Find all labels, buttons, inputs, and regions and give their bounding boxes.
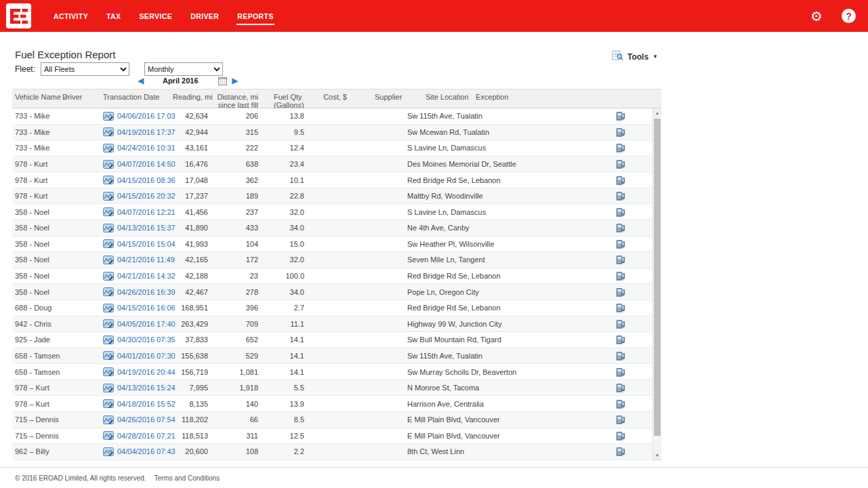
- nav-activity[interactable]: ACTIVITY: [53, 7, 89, 25]
- map-view-icon[interactable]: [103, 431, 114, 440]
- nav-service[interactable]: SERVICE: [138, 7, 173, 25]
- fuel-pump-icon[interactable]: [616, 176, 625, 185]
- scroll-up-button[interactable]: ▲: [653, 108, 661, 117]
- fuel-pump-icon[interactable]: [616, 367, 625, 377]
- fuel-pump-icon[interactable]: [616, 191, 625, 201]
- fuel-pump-icon[interactable]: [616, 207, 625, 217]
- fuel-pump-icon[interactable]: [616, 239, 625, 249]
- map-view-icon[interactable]: [103, 160, 114, 169]
- column-header-site-location[interactable]: Site Location: [404, 89, 475, 109]
- map-view-icon[interactable]: [103, 256, 114, 264]
- settings-gear-icon[interactable]: ⚙: [810, 9, 823, 23]
- map-view-icon[interactable]: [103, 399, 114, 408]
- transaction-date-link[interactable]: 04/15/2016 20:32: [117, 192, 175, 200]
- fuel-pump-icon[interactable]: [616, 127, 625, 137]
- column-header-cost[interactable]: Cost, $: [310, 89, 352, 109]
- nav-tax[interactable]: TAX: [106, 7, 121, 25]
- prev-month-button[interactable]: ◀: [138, 76, 144, 85]
- transaction-date-link[interactable]: 04/07/2016 14:50: [117, 160, 175, 168]
- column-header-exception[interactable]: Exception: [475, 89, 600, 109]
- fuel-pump-icon[interactable]: [616, 143, 625, 152]
- fuel-pump-icon[interactable]: [616, 255, 625, 264]
- map-view-icon[interactable]: [103, 224, 114, 232]
- column-header-distance[interactable]: Distance, mi since last fill: [213, 89, 264, 109]
- fuel-pump-icon[interactable]: [616, 303, 625, 312]
- nav-driver[interactable]: DRIVER: [190, 7, 220, 25]
- fuel-pump-icon[interactable]: [616, 319, 625, 329]
- vertical-scrollbar[interactable]: ▲ ▼: [653, 108, 661, 460]
- transaction-date-link[interactable]: 04/13/2016 15:24: [117, 384, 175, 392]
- transaction-date-link[interactable]: 04/15/2016 16:06: [117, 304, 175, 312]
- map-view-icon[interactable]: [103, 351, 114, 360]
- transaction-date-cell: 04/15/2016 15:04: [100, 239, 173, 248]
- map-view-icon[interactable]: [103, 415, 114, 424]
- transaction-date-link[interactable]: 04/13/2016 15:37: [117, 224, 175, 232]
- transaction-date-link[interactable]: 04/19/2016 20:44: [117, 368, 175, 376]
- map-view-icon[interactable]: [103, 384, 114, 392]
- fuel-pump-icon[interactable]: [616, 223, 625, 232]
- column-header-supplier[interactable]: Supplier: [352, 89, 404, 109]
- scroll-down-button[interactable]: ▼: [653, 451, 661, 460]
- column-header-vehicle-name[interactable]: Vehicle Name▲: [12, 89, 61, 109]
- map-view-icon[interactable]: [103, 319, 114, 328]
- transaction-date-link[interactable]: 04/26/2016 16:39: [117, 288, 175, 296]
- calendar-icon[interactable]: [218, 77, 227, 85]
- map-view-icon[interactable]: [103, 287, 114, 296]
- table-row: 715 – Dennis 04/26/2016 07:54 118,202 66…: [12, 412, 653, 428]
- transaction-date-link[interactable]: 04/07/2016 12:21: [117, 208, 175, 216]
- map-view-icon[interactable]: [103, 112, 114, 121]
- column-header-driver[interactable]: Driver: [61, 89, 100, 109]
- transaction-date-link[interactable]: 04/28/2016 07:21: [117, 432, 175, 440]
- nav-reports[interactable]: REPORTS: [236, 7, 274, 25]
- fuel-pump-icon[interactable]: [616, 415, 625, 424]
- action-cell: [600, 207, 627, 217]
- period-select[interactable]: Monthly: [144, 62, 223, 76]
- transaction-date-link[interactable]: 04/19/2016 17:37: [117, 128, 175, 136]
- transaction-date-link[interactable]: 04/01/2016 07:30: [117, 352, 175, 360]
- terms-and-conditions-link[interactable]: Terms and Conditions: [154, 474, 220, 482]
- next-month-button[interactable]: ▶: [232, 76, 238, 85]
- site-location-cell: Sw Mcewan Rd, Tualatin: [404, 128, 475, 136]
- fuel-pump-icon[interactable]: [616, 271, 625, 281]
- column-header-reading[interactable]: Reading, mi: [173, 89, 213, 109]
- transaction-date-link[interactable]: 04/30/2016 07:35: [117, 336, 175, 344]
- fleet-select[interactable]: All Fleets: [41, 62, 129, 76]
- fuel-pump-icon[interactable]: [616, 159, 625, 169]
- site-location-cell: Sw Bull Mountain Rd, Tigard: [404, 336, 475, 344]
- map-view-icon[interactable]: [103, 367, 114, 376]
- transaction-date-link[interactable]: 04/04/2016 07:43: [117, 447, 175, 455]
- transaction-date-link[interactable]: 04/15/2016 08:36: [117, 176, 175, 184]
- map-view-icon[interactable]: [103, 447, 114, 456]
- eroad-logo[interactable]: [6, 3, 31, 28]
- tools-button[interactable]: Tools ▼: [612, 50, 658, 63]
- transaction-date-link[interactable]: 04/24/2016 10:31: [117, 144, 175, 152]
- fuel-pump-icon[interactable]: [616, 287, 625, 297]
- column-header-transaction-date[interactable]: Transaction Date: [100, 89, 173, 109]
- map-view-icon[interactable]: [103, 127, 114, 136]
- map-view-icon[interactable]: [103, 207, 114, 216]
- transaction-date-link[interactable]: 04/26/2016 07:54: [117, 415, 175, 424]
- scrollbar-thumb[interactable]: [654, 119, 661, 436]
- transaction-date-link[interactable]: 04/06/2016 17:03: [117, 112, 175, 120]
- fuel-pump-icon[interactable]: [616, 399, 625, 409]
- fuel-pump-icon[interactable]: [616, 335, 625, 344]
- transaction-date-link[interactable]: 04/05/2016 17:40: [117, 320, 175, 328]
- map-view-icon[interactable]: [103, 304, 114, 312]
- transaction-date-link[interactable]: 04/18/2016 15:52: [117, 400, 175, 408]
- map-view-icon[interactable]: [103, 192, 114, 201]
- map-view-icon[interactable]: [103, 239, 114, 248]
- column-header-fuel-qty[interactable]: Fuel Qty (Gallons): [264, 89, 310, 109]
- map-view-icon[interactable]: [103, 144, 114, 152]
- fuel-pump-icon[interactable]: [616, 111, 625, 121]
- map-view-icon[interactable]: [103, 336, 114, 344]
- map-view-icon[interactable]: [103, 176, 114, 184]
- transaction-date-link[interactable]: 04/15/2016 15:04: [117, 240, 175, 248]
- fuel-pump-icon[interactable]: [616, 351, 625, 361]
- fuel-pump-icon[interactable]: [616, 447, 625, 456]
- transaction-date-link[interactable]: 04/21/2016 11:49: [117, 256, 175, 264]
- fuel-pump-icon[interactable]: [616, 431, 625, 441]
- map-view-icon[interactable]: [103, 272, 114, 281]
- transaction-date-link[interactable]: 04/21/2016 14:32: [117, 272, 175, 280]
- fuel-pump-icon[interactable]: [616, 383, 625, 392]
- help-icon[interactable]: ?: [842, 9, 856, 23]
